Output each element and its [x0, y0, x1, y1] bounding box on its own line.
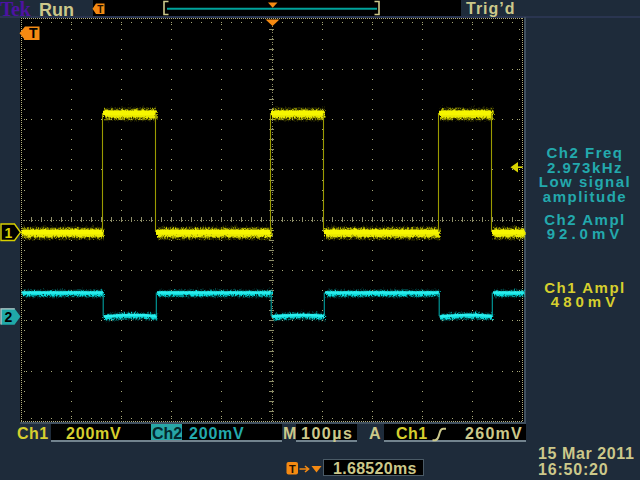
svg-text:1: 1 — [5, 225, 13, 241]
svg-text:2: 2 — [5, 309, 13, 325]
svg-text:T: T — [97, 4, 103, 15]
svg-text:T: T — [289, 463, 296, 475]
svg-text:T: T — [29, 25, 38, 41]
